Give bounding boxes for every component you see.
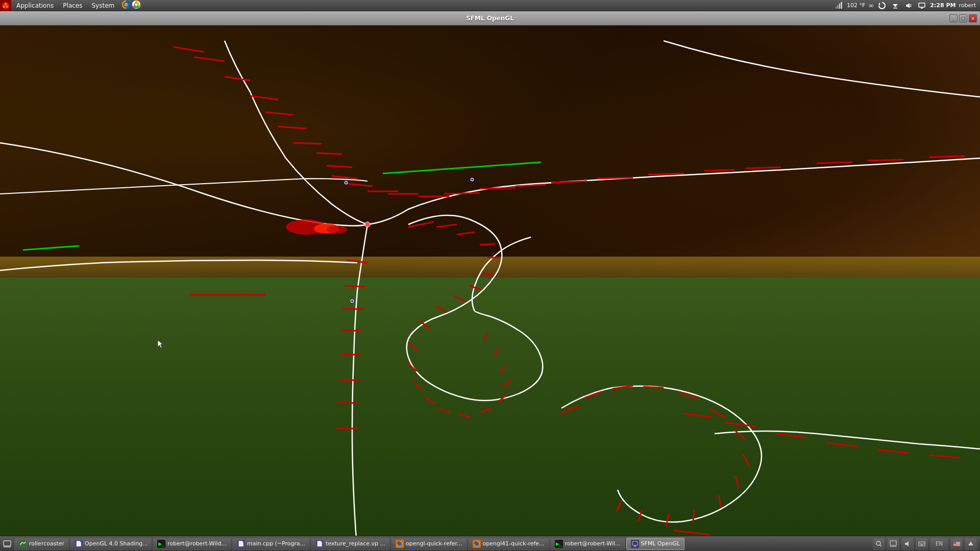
svg-rect-15: [893, 8, 897, 9]
svg-line-119: [880, 545, 881, 546]
taskbar-item-terminal-2[interactable]: ▶_ robert@robert-Wil...: [550, 538, 625, 550]
system-menu[interactable]: System: [87, 1, 118, 10]
svg-rect-120: [890, 541, 896, 545]
taskbar-desktop-btn[interactable]: [887, 538, 899, 550]
svg-rect-12: [841, 2, 842, 9]
svg-rect-11: [839, 4, 840, 9]
taskbar-icon-firefox-1: [396, 540, 404, 548]
network-icon[interactable]: [834, 1, 844, 11]
taskbar-label-sfml: SFML OpenGL: [641, 540, 680, 547]
taskbar: rollercoaster 📄 OpenGL 4.0 Shading... ▶_…: [0, 536, 980, 551]
taskbar-label-rollercoaster: rollercoaster: [29, 540, 64, 547]
taskbar-label-terminal-1: robert@robert-Wild...: [167, 540, 227, 547]
svg-point-2: [3, 5, 6, 8]
taskbar-search-btn[interactable]: [873, 538, 885, 550]
svg-marker-128: [968, 541, 973, 545]
menubar-left: Applications Places System: [0, 0, 141, 11]
taskbar-up-btn[interactable]: [965, 538, 977, 550]
taskbar-icon-sfml: [631, 540, 639, 548]
svg-point-3: [6, 5, 9, 8]
terrain-lower: [0, 278, 980, 551]
menubar-right: 102 °F ∞ 2: [834, 1, 980, 11]
taskbar-vol-btn[interactable]: [901, 538, 914, 550]
opengl-viewport[interactable]: [0, 26, 980, 551]
taskbar-clipboard-btn[interactable]: EN: [930, 538, 948, 550]
applications-menu[interactable]: Applications: [12, 1, 58, 10]
download-icon[interactable]: [890, 1, 900, 11]
sfml-opengl-window: SFML OpenGL _ □ ×: [0, 11, 980, 551]
svg-point-1: [5, 3, 7, 5]
taskbar-right: EN 🇺🇸: [873, 538, 979, 550]
svg-marker-13: [878, 3, 880, 6]
taskbar-item-terminal-1[interactable]: ▶_ robert@robert-Wild...: [153, 538, 231, 550]
taskbar-item-firefox-1[interactable]: opengl-quick-refer...: [391, 538, 467, 550]
distro-logo[interactable]: [0, 0, 11, 11]
svg-rect-126: [923, 543, 924, 544]
taskbar-label-terminal-2: robert@robert-Wil...: [565, 540, 621, 547]
show-desktop-button[interactable]: [1, 538, 13, 550]
places-menu[interactable]: Places: [59, 1, 86, 10]
taskbar-keyboard-btn[interactable]: [916, 538, 928, 550]
weather-icon: ∞: [868, 2, 874, 9]
taskbar-icon-firefox-2: [473, 540, 481, 548]
clock: 2:28 PM: [930, 2, 955, 9]
taskbar-label-texture-vp: texture_replace.vp ...: [326, 540, 385, 547]
menu-bar: Applications Places System: [0, 0, 980, 11]
close-button[interactable]: ×: [969, 14, 977, 22]
taskbar-label-firefox-2: opengl41-quick-refe...: [483, 540, 545, 547]
minimize-button[interactable]: _: [949, 14, 958, 22]
firefox-icon[interactable]: [121, 0, 131, 11]
svg-rect-9: [836, 7, 837, 9]
taskbar-label-main-cpp: main.cpp (~Progra...: [247, 540, 305, 547]
taskbar-item-texture-vp[interactable]: 📄 texture_replace.vp ...: [311, 538, 390, 550]
taskbar-icon-terminal-2: ▶_: [555, 540, 563, 548]
taskbar-icon-opengl-book: 📄: [75, 540, 83, 548]
taskbar-item-rollercoaster[interactable]: rollercoaster: [14, 538, 69, 550]
svg-rect-124: [920, 543, 921, 544]
svg-rect-17: [919, 3, 925, 7]
svg-marker-16: [906, 3, 910, 8]
taskbar-item-firefox-2[interactable]: opengl41-quick-refe...: [468, 538, 549, 550]
taskbar-icon-texture-vp: 📄: [315, 540, 324, 548]
window-controls: _ □ ×: [949, 14, 977, 22]
svg-marker-14: [893, 4, 898, 7]
svg-point-118: [876, 541, 880, 545]
taskbar-item-sfml[interactable]: SFML OpenGL: [626, 538, 684, 550]
svg-rect-10: [838, 5, 839, 9]
taskbar-icon-rollercoaster: [19, 540, 27, 548]
refresh-icon[interactable]: [877, 1, 887, 11]
volume-icon[interactable]: [903, 1, 914, 11]
svg-point-8: [135, 4, 138, 6]
svg-rect-111: [4, 541, 11, 546]
taskbar-label-firefox-1: opengl-quick-refer...: [406, 540, 462, 547]
username: robert: [959, 2, 976, 9]
chrome-icon[interactable]: [132, 0, 141, 11]
maximize-button[interactable]: □: [959, 14, 967, 22]
taskbar-label-opengl-book: OpenGL 4.0 Shading...: [85, 540, 148, 547]
svg-rect-125: [921, 543, 922, 544]
svg-rect-127: [920, 544, 923, 545]
taskbar-flag-btn[interactable]: 🇺🇸: [950, 538, 963, 550]
window-titlebar: SFML OpenGL _ □ ×: [0, 11, 980, 26]
svg-rect-115: [632, 541, 638, 545]
temperature: 102 °F: [847, 2, 865, 9]
taskbar-icon-main-cpp: 📄: [237, 540, 245, 548]
svg-point-5: [125, 3, 128, 7]
taskbar-icon-terminal-1: ▶_: [157, 540, 165, 548]
monitor-icon[interactable]: [917, 1, 927, 11]
svg-marker-122: [905, 541, 909, 546]
taskbar-item-main-cpp[interactable]: 📄 main.cpp (~Progra...: [232, 538, 310, 550]
taskbar-item-opengl-book[interactable]: 📄 OpenGL 4.0 Shading...: [70, 538, 152, 550]
window-title: SFML OpenGL: [466, 15, 514, 22]
